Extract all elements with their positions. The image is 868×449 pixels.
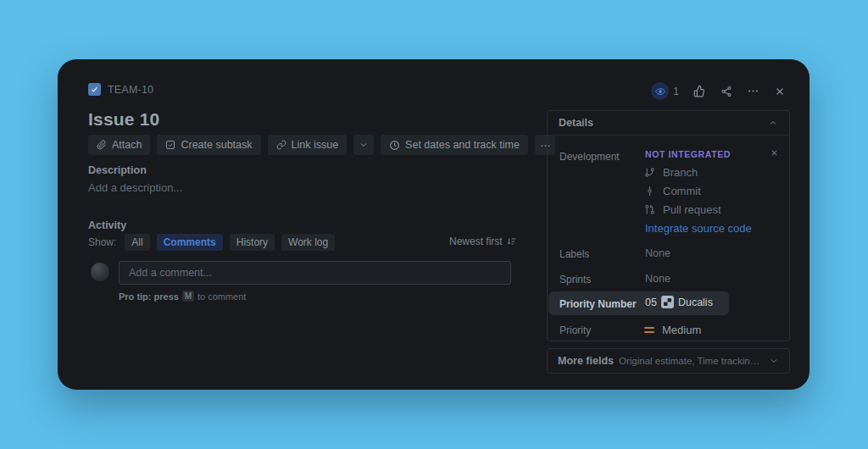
- set-dates-button[interactable]: Set dates and track time: [381, 135, 528, 155]
- details-title: Details: [559, 117, 593, 129]
- description-heading: Description: [88, 164, 147, 176]
- create-commit-link[interactable]: Commit: [644, 185, 701, 197]
- sprints-field-label: Sprints: [559, 274, 591, 285]
- attach-label: Attach: [112, 139, 142, 151]
- create-subtask-label: Create subtask: [181, 139, 252, 151]
- sort-order-button[interactable]: Newest first: [449, 236, 517, 247]
- set-dates-label: Set dates and track time: [405, 139, 520, 151]
- ducalis-app-name: Ducalis: [678, 297, 713, 308]
- git-pull-request-icon: [644, 204, 655, 215]
- avatar[interactable]: [91, 263, 109, 281]
- priority-number-row[interactable]: Priority Number 05 Ducalis: [548, 291, 729, 315]
- task-type-icon: [88, 83, 101, 96]
- sort-order-label: Newest first: [449, 236, 503, 247]
- subtask-icon: [165, 140, 175, 150]
- filter-history[interactable]: History: [230, 234, 275, 251]
- create-subtask-button[interactable]: Create subtask: [157, 135, 260, 155]
- labels-field-label: Labels: [559, 248, 589, 260]
- create-pull-request-link[interactable]: Pull request: [644, 203, 721, 216]
- show-label: Show:: [88, 236, 116, 248]
- keyboard-key-m: M: [182, 291, 194, 302]
- more-actions-icon[interactable]: [747, 85, 760, 97]
- watchers-count: 1: [673, 86, 679, 97]
- labels-field-value[interactable]: None: [645, 247, 670, 259]
- clock-icon: [389, 140, 400, 151]
- comment-input[interactable]: [119, 261, 511, 285]
- details-panel-header[interactable]: Details: [548, 111, 789, 136]
- priority-number-label: Priority Number: [559, 298, 637, 310]
- activity-filter-bar: Show: All Comments History Work log: [88, 234, 335, 251]
- description-placeholder[interactable]: Add a description...: [88, 181, 182, 194]
- like-icon[interactable]: [693, 85, 706, 97]
- create-branch-link[interactable]: Branch: [644, 166, 698, 179]
- priority-field-label: Priority: [559, 324, 591, 336]
- chevron-up-icon: [768, 118, 778, 128]
- pro-tip-suffix: to comment: [198, 291, 246, 302]
- git-commit-icon: [644, 186, 655, 197]
- more-fields-summary: Original estimate, Time tracking, Epic L…: [619, 356, 764, 366]
- more-fields-section[interactable]: More fields Original estimate, Time trac…: [547, 348, 790, 374]
- pull-request-link-label: Pull request: [663, 203, 721, 216]
- integrate-source-code-link[interactable]: Integrate source code: [645, 222, 752, 235]
- watch-icon: [651, 82, 669, 100]
- link-issue-button[interactable]: Link issue: [268, 135, 348, 155]
- more-fields-chevron-down-icon: [769, 356, 779, 366]
- development-status-badge: NOT INTEGRATED: [645, 149, 731, 159]
- page-title: Issue 10: [88, 109, 160, 130]
- chevron-down-icon: [359, 140, 369, 150]
- breadcrumb[interactable]: TEAM-10: [88, 83, 153, 96]
- filter-comments[interactable]: Comments: [157, 234, 223, 251]
- ducalis-app-icon: [661, 296, 674, 308]
- details-panel: Details Development NOT INTEGRATED Branc…: [547, 110, 790, 341]
- share-icon[interactable]: [721, 86, 732, 97]
- priority-medium-icon: [644, 324, 654, 335]
- branch-link-label: Branch: [663, 166, 698, 179]
- filter-all[interactable]: All: [125, 234, 149, 251]
- watchers-button[interactable]: 1: [651, 82, 679, 100]
- development-field-label: Development: [559, 151, 620, 163]
- more-fields-label: More fields: [558, 355, 614, 367]
- priority-value-label: Medium: [662, 324, 701, 336]
- close-icon[interactable]: [774, 86, 786, 97]
- link-icon: [276, 140, 287, 150]
- desktop-background: TEAM-10 1 Issue 10: [0, 0, 868, 449]
- attach-button[interactable]: Attach: [88, 135, 150, 155]
- filter-worklog[interactable]: Work log: [281, 234, 335, 251]
- comment-pro-tip: Pro tip: press M to comment: [119, 291, 246, 302]
- priority-field-value[interactable]: Medium: [644, 324, 701, 336]
- paperclip-icon: [97, 140, 107, 150]
- activity-heading: Activity: [88, 219, 126, 231]
- issue-modal: TEAM-10 1 Issue 10: [58, 59, 810, 390]
- priority-number-digits: 05: [645, 297, 657, 308]
- issue-toolbar: Attach Create subtask Link issue: [88, 135, 555, 155]
- development-dismiss-icon[interactable]: [770, 148, 779, 158]
- sort-descending-icon: [507, 236, 517, 247]
- link-issue-label: Link issue: [292, 139, 339, 151]
- link-issue-dropdown-button[interactable]: [353, 135, 374, 155]
- commit-link-label: Commit: [663, 185, 701, 197]
- pro-tip-prefix: Pro tip: press: [119, 291, 179, 302]
- issue-key-link[interactable]: TEAM-10: [108, 84, 153, 96]
- header-actions: 1: [651, 82, 786, 100]
- sprints-field-value[interactable]: None: [645, 273, 670, 285]
- priority-number-value: 05 Ducalis: [645, 296, 713, 308]
- git-branch-icon: [644, 167, 655, 178]
